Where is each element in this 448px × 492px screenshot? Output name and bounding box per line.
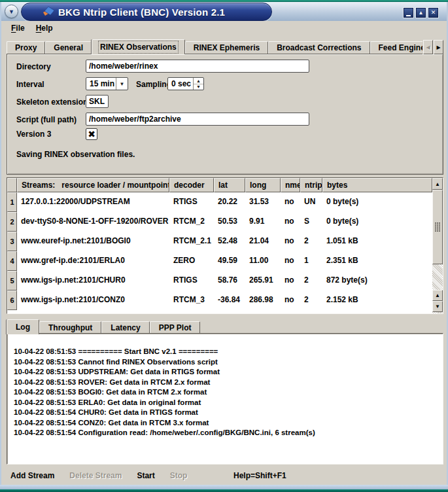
start-button[interactable]: Start — [132, 470, 159, 482]
log-area[interactable]: 10-04-22 08:51:53 ========== Start BNC v… — [7, 333, 443, 465]
version-3-label: Version 3 — [16, 130, 51, 139]
scrollbar-down-button[interactable]: ▼ — [432, 301, 443, 312]
menu-item-help[interactable]: Help — [35, 23, 54, 33]
skeleton-extension-input[interactable] — [86, 95, 109, 108]
spin-down-button[interactable]: ▼ — [194, 84, 203, 90]
log-line: 10-04-22 08:51:53 ERLA0: Get data in ori… — [14, 398, 443, 408]
tab-label: RINEX Ephemeris — [194, 43, 260, 52]
column-header-lat[interactable]: lat — [214, 178, 245, 192]
spin-up-button[interactable]: ▲ — [194, 78, 203, 84]
tab-proxy[interactable]: Proxy — [7, 41, 45, 54]
sampling-label: Sampling — [136, 80, 171, 89]
cell-long: 31.53 — [245, 192, 281, 212]
cell-ntrip: UN — [300, 192, 322, 212]
tab-throughput[interactable]: Throughput — [39, 321, 101, 334]
tab-ppp-plot[interactable]: PPP Plot — [150, 321, 201, 334]
row-number-cell[interactable]: 1 — [7, 192, 17, 212]
script-input[interactable] — [86, 113, 309, 126]
log-line: 10-04-22 08:51:53 BOGI0: Get data in RTC… — [14, 387, 443, 398]
row-number-cell[interactable]: 5 — [7, 271, 17, 290]
add-stream-button[interactable]: Add Stream — [6, 470, 59, 482]
cell-nmea: no — [281, 232, 300, 251]
tab-latency[interactable]: Latency — [101, 321, 149, 334]
tab-label: Feed Engine — [379, 43, 425, 52]
tab-general[interactable]: General — [45, 41, 92, 54]
skeleton-extension-label: Skeleton extension — [16, 97, 88, 107]
cell-ntrip: S — [300, 212, 322, 232]
cell-streams: www.igs-ip.net:2101/CHUR0 — [17, 271, 169, 290]
arrow-down-icon: ▼ — [435, 304, 440, 309]
main-tabbar: ProxyGeneralRINEX ObservationsRINEX Ephe… — [7, 39, 443, 54]
table-vertical-scrollbar[interactable]: ▲ ▲ ▼ — [432, 178, 443, 313]
scrollbar-up-button[interactable]: ▲ — [432, 178, 443, 190]
directory-input[interactable] — [86, 60, 309, 73]
menu-item-file[interactable]: File — [10, 23, 26, 33]
sampling-spinbox[interactable]: 0 sec ▲ ▼ — [167, 77, 204, 90]
stream-row-3[interactable]: 3www.euref-ip.net:2101/BOGI0RTCM_2.152.4… — [7, 232, 432, 251]
tab-broadcast-corrections[interactable]: Broadcast Corrections — [268, 41, 370, 54]
close-button[interactable]: ✕ — [428, 8, 438, 18]
cell-long: 265.91 — [245, 271, 281, 290]
app-body: ProxyGeneralRINEX ObservationsRINEX Ephe… — [1, 35, 447, 485]
cell-long: 21.04 — [245, 232, 281, 251]
cell-bytes: 0 byte(s) — [322, 212, 432, 232]
stream-row-5[interactable]: 5www.igs-ip.net:2101/CHUR0RTIGS58.76265.… — [7, 271, 432, 290]
stream-row-1[interactable]: 1127.0.0.1:22000/UDPSTREAMRTIGS20.2231.5… — [7, 192, 432, 212]
stream-row-6[interactable]: 6www.igs-ip.net:2101/CONZ0RTCM_3-36.8428… — [7, 290, 432, 310]
stream-row-4[interactable]: 4www.gref-ip.de:2101/ERLA0ZERO49.5911.00… — [7, 251, 432, 271]
cell-decoder: ZERO — [169, 251, 214, 271]
row-number-cell[interactable]: 6 — [7, 290, 17, 310]
directory-label: Directory — [16, 62, 51, 71]
cell-streams: www.igs-ip.net:2101/CONZ0 — [17, 290, 169, 310]
rinex-observations-panel: Directory Interval 15 min ▼ Sampling 0 s… — [7, 54, 443, 175]
cell-decoder: RTCM_2 — [169, 212, 214, 232]
row-number-cell[interactable]: 4 — [7, 251, 17, 271]
cell-bytes: 2.152 kB — [322, 290, 432, 310]
tab-label: General — [54, 43, 83, 52]
tab-label: Broadcast Corrections — [277, 43, 361, 52]
cell-decoder: RTIGS — [169, 271, 214, 290]
scrollbar-thumb[interactable] — [432, 190, 443, 264]
column-header-bytes[interactable]: bytes — [322, 178, 432, 192]
script-full-path-label: Script (full path) — [16, 115, 77, 124]
titlebar[interactable]: ▼ BKG Ntrip Client (BNC) Version 2.1 ▲ ✕ — [1, 2, 447, 21]
cell-bytes: 1.051 kB — [322, 232, 432, 251]
cell-streams: 127.0.0.1:22000/UDPSTREAM — [17, 192, 169, 212]
maximize-button[interactable]: ▲ — [416, 8, 426, 18]
window-menu-button[interactable]: ▼ — [5, 5, 18, 18]
cell-long: 9.91 — [245, 212, 281, 232]
row-number-cell[interactable]: 2 — [7, 212, 17, 232]
tab-rinex-observations[interactable]: RINEX Observations — [92, 39, 185, 54]
cell-decoder: RTCM_2.1 — [169, 232, 214, 251]
interval-combobox[interactable]: 15 min ▼ — [86, 77, 128, 90]
cell-decoder: RTIGS — [169, 192, 214, 212]
column-header-streams[interactable]: Streams: resource loader / mountpoint — [17, 178, 169, 192]
tab-log[interactable]: Log — [7, 319, 39, 334]
cell-nmea: no — [281, 251, 300, 271]
cell-long: 286.98 — [245, 290, 281, 310]
scrollbar-up-button-2[interactable]: ▲ — [432, 290, 443, 301]
tab-rinex-ephemeris[interactable]: RINEX Ephemeris — [185, 41, 268, 54]
row-number-cell[interactable]: 3 — [7, 232, 17, 251]
table-body: 1127.0.0.1:22000/UDPSTREAMRTIGS20.2231.5… — [7, 192, 432, 310]
window-frame-bottom-strip — [0, 485, 448, 489]
column-header-decoder[interactable]: decoder — [169, 178, 214, 192]
cell-ntrip: 2 — [300, 271, 322, 290]
interval-value: 15 min — [86, 78, 116, 90]
stop-button: Stop — [165, 470, 192, 482]
cell-bytes: 0 byte(s) — [322, 192, 432, 212]
panel-status-note: Saving RINEX observation files. — [16, 150, 135, 159]
window-frame-bottom — [0, 489, 448, 492]
arrow-right-icon: ▶ — [436, 44, 440, 50]
column-header-ntrip[interactable]: ntrip — [300, 178, 322, 192]
cell-nmea: no — [281, 192, 300, 212]
stream-row-2[interactable]: 2dev-ttyS0-8-NONE-1-OFF-19200/ROVERRTCM_… — [7, 212, 432, 232]
combo-dropdown-icon[interactable]: ▼ — [116, 78, 128, 90]
minimize-button[interactable] — [404, 8, 413, 18]
version-3-checkbox[interactable]: ✖ — [86, 128, 97, 140]
column-header-nmea[interactable]: nmea — [281, 178, 300, 192]
column-header-long[interactable]: long — [245, 178, 281, 192]
table-corner-cell — [7, 178, 17, 192]
tab-scroll-right-button[interactable]: ▶ — [434, 40, 443, 54]
tab-label: RINEX Observations — [100, 43, 177, 52]
